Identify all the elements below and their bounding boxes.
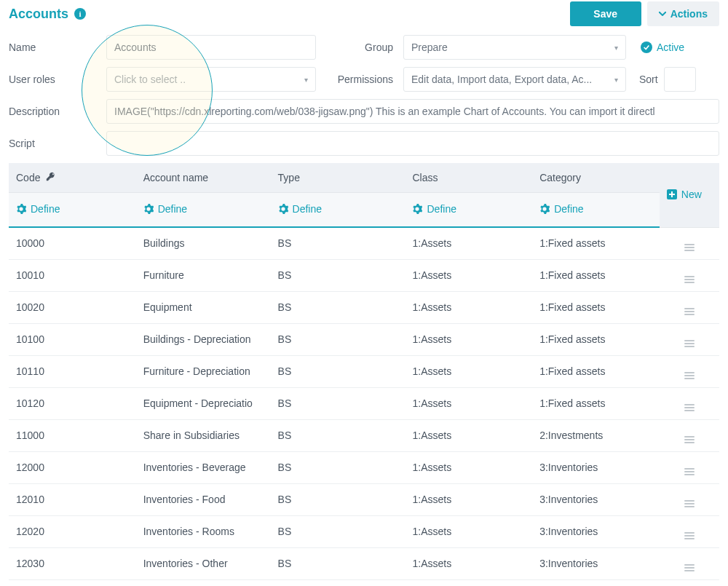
- cell-code[interactable]: 13000: [9, 579, 136, 586]
- row-menu-button[interactable]: [660, 387, 719, 419]
- cell-type[interactable]: BS: [271, 579, 405, 586]
- cell-code[interactable]: 12000: [9, 451, 136, 483]
- cell-class[interactable]: 1:Assets: [405, 227, 532, 259]
- row-menu-button[interactable]: [660, 419, 719, 451]
- cell-class[interactable]: 1:Assets: [405, 483, 532, 515]
- column-header-code[interactable]: Code: [9, 163, 136, 193]
- cell-type[interactable]: BS: [271, 323, 405, 355]
- column-header-account-name[interactable]: Account name: [136, 163, 271, 193]
- menu-icon: [684, 340, 695, 347]
- cell-category[interactable]: 3:Inventories: [532, 451, 660, 483]
- cell-class[interactable]: 1:Assets: [405, 419, 532, 451]
- cell-code[interactable]: 10100: [9, 323, 136, 355]
- cell-code[interactable]: 12010: [9, 483, 136, 515]
- cell-type[interactable]: BS: [271, 515, 405, 547]
- cell-type[interactable]: BS: [271, 419, 405, 451]
- cell-name[interactable]: Buildings - Depreciation: [136, 323, 271, 355]
- active-toggle[interactable]: Active: [641, 41, 684, 53]
- cell-code[interactable]: 12030: [9, 547, 136, 579]
- define-button-class[interactable]: Define: [412, 203, 456, 215]
- cell-name[interactable]: Buildings: [136, 227, 271, 259]
- actions-button[interactable]: Actions: [647, 1, 719, 26]
- cell-class[interactable]: 1:Assets: [405, 547, 532, 579]
- define-button-category[interactable]: Define: [539, 203, 583, 215]
- row-menu-button[interactable]: [660, 355, 719, 387]
- cell-class[interactable]: 1:Assets: [405, 355, 532, 387]
- userroles-select[interactable]: Click to select .. ▾: [106, 67, 316, 92]
- cell-type[interactable]: BS: [271, 483, 405, 515]
- cell-category[interactable]: 1:Fixed assets: [532, 259, 660, 291]
- cell-name[interactable]: Inventories - Other: [136, 547, 271, 579]
- define-button-code[interactable]: Define: [16, 203, 60, 215]
- row-menu-button[interactable]: [660, 451, 719, 483]
- info-icon[interactable]: i: [74, 8, 86, 20]
- cell-class[interactable]: 1:Assets: [405, 323, 532, 355]
- cell-name[interactable]: Inventories - Beverage: [136, 451, 271, 483]
- cell-category[interactable]: 5:Banks: [532, 579, 660, 586]
- cell-code[interactable]: 11000: [9, 419, 136, 451]
- row-menu-button[interactable]: [660, 227, 719, 259]
- group-select[interactable]: Prepare ▾: [403, 35, 626, 60]
- cell-type[interactable]: BS: [271, 259, 405, 291]
- cell-type[interactable]: BS: [271, 547, 405, 579]
- cell-category[interactable]: 2:Investments: [532, 419, 660, 451]
- cell-name[interactable]: Share in Subsidiaries: [136, 419, 271, 451]
- define-button-name[interactable]: Define: [143, 203, 187, 215]
- row-menu-button[interactable]: [660, 483, 719, 515]
- cell-name[interactable]: Inventories - Rooms: [136, 515, 271, 547]
- row-menu-button[interactable]: [660, 515, 719, 547]
- cell-class[interactable]: 1:Assets: [405, 515, 532, 547]
- cell-category[interactable]: 1:Fixed assets: [532, 387, 660, 419]
- column-header-class[interactable]: Class: [405, 163, 532, 193]
- cell-type[interactable]: BS: [271, 291, 405, 323]
- cell-category[interactable]: 1:Fixed assets: [532, 291, 660, 323]
- cell-type[interactable]: BS: [271, 355, 405, 387]
- cell-category[interactable]: 3:Inventories: [532, 483, 660, 515]
- cell-type[interactable]: BS: [271, 387, 405, 419]
- cell-type[interactable]: BS: [271, 451, 405, 483]
- cell-class[interactable]: 1:Assets: [405, 451, 532, 483]
- cell-category[interactable]: 1:Fixed assets: [532, 227, 660, 259]
- cell-name[interactable]: Furniture: [136, 259, 271, 291]
- cell-code[interactable]: 10120: [9, 387, 136, 419]
- column-header-type[interactable]: Type: [271, 163, 405, 193]
- row-menu-button[interactable]: [660, 579, 719, 586]
- cell-name[interactable]: Equipment: [136, 291, 271, 323]
- sort-input[interactable]: [664, 67, 696, 92]
- name-input[interactable]: Accounts: [106, 35, 316, 60]
- cell-code[interactable]: 10110: [9, 355, 136, 387]
- cell-type[interactable]: BS: [271, 227, 405, 259]
- cell-class[interactable]: 1:Assets: [405, 259, 532, 291]
- row-menu-button[interactable]: [660, 259, 719, 291]
- row-menu-button[interactable]: [660, 547, 719, 579]
- cell-code[interactable]: 12020: [9, 515, 136, 547]
- define-button-type[interactable]: Define: [278, 203, 322, 215]
- cell-name[interactable]: Inventories - Food: [136, 483, 271, 515]
- row-menu-button[interactable]: [660, 323, 719, 355]
- cell-category[interactable]: 3:Inventories: [532, 515, 660, 547]
- cell-name[interactable]: Equipment - Depreciatio: [136, 387, 271, 419]
- cell-category[interactable]: 3:Inventories: [532, 547, 660, 579]
- cell-class[interactable]: 1:Assets: [405, 579, 532, 586]
- row-menu-button[interactable]: [660, 291, 719, 323]
- cell-code[interactable]: 10000: [9, 227, 136, 259]
- cell-category[interactable]: 1:Fixed assets: [532, 355, 660, 387]
- new-column-button[interactable]: New: [660, 163, 719, 227]
- table-row: 10120Equipment - DepreciatioBS1:Assets1:…: [9, 387, 719, 419]
- description-input[interactable]: IMAGE("https://cdn.xlreporting.com/web/0…: [106, 99, 719, 124]
- gear-icon: [539, 204, 550, 214]
- menu-icon: [684, 532, 695, 539]
- save-button[interactable]: Save: [570, 1, 641, 26]
- cell-category[interactable]: 1:Fixed assets: [532, 323, 660, 355]
- cell-name[interactable]: Bank account: [136, 579, 271, 586]
- permissions-select[interactable]: Edit data, Import data, Export data, Ac.…: [403, 67, 626, 92]
- cell-code[interactable]: 10010: [9, 259, 136, 291]
- column-header-category[interactable]: Category: [532, 163, 660, 193]
- cell-name[interactable]: Furniture - Depreciation: [136, 355, 271, 387]
- cell-code[interactable]: 10020: [9, 291, 136, 323]
- cell-class[interactable]: 1:Assets: [405, 291, 532, 323]
- table-row: 12010Inventories - FoodBS1:Assets3:Inven…: [9, 483, 719, 515]
- table-row: 13000Bank accountBS1:Assets5:Banks: [9, 579, 719, 586]
- script-input[interactable]: [106, 131, 719, 156]
- cell-class[interactable]: 1:Assets: [405, 387, 532, 419]
